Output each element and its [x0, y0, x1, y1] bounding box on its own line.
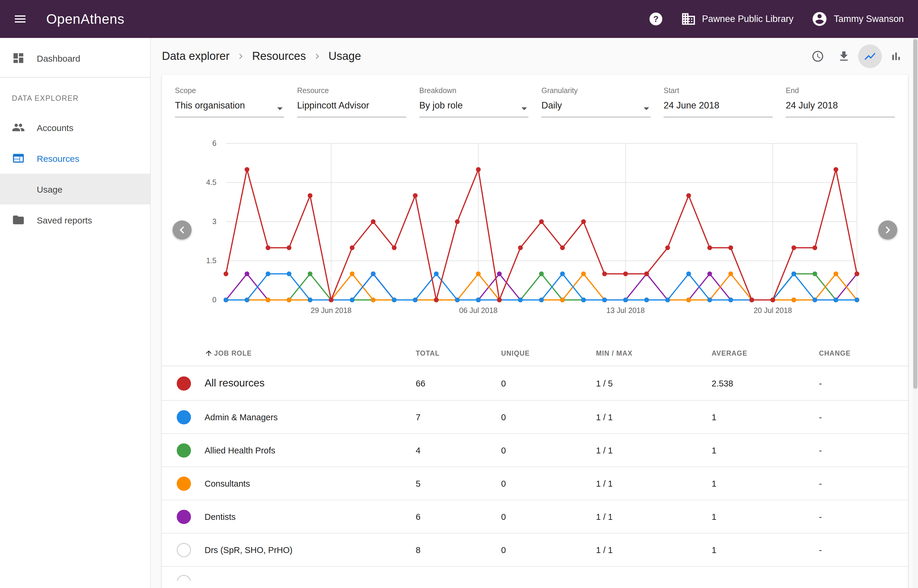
history-button[interactable]: [806, 44, 830, 68]
breakdown-select[interactable]: Breakdown By job role: [419, 87, 528, 117]
svg-text:4.5: 4.5: [206, 178, 217, 186]
table-row[interactable]: Drs (SpR, SHO, PrHO) 8 0 1 / 1 1 -: [162, 533, 908, 567]
table-row-partial[interactable]: [162, 567, 908, 581]
sidebar-section-title: DATA EXPLORER: [0, 81, 150, 112]
dropdown-arrow-icon: [518, 102, 531, 115]
column-header-average[interactable]: AVERAGE: [712, 349, 819, 357]
start-date-field[interactable]: Start 24 June 2018: [664, 87, 773, 117]
svg-text:1.5: 1.5: [206, 256, 217, 265]
sidebar-item-accounts[interactable]: Accounts: [0, 112, 150, 143]
line-chart-icon: [863, 50, 876, 63]
table-row[interactable]: Dentists 6 0 1 / 1 1 -: [162, 500, 908, 533]
usage-card: Scope This organisation Resource Lippinc…: [162, 75, 908, 588]
table-row[interactable]: Allied Health Profs 4 0 1 / 1 1 -: [162, 434, 908, 467]
user-name: Tammy Swanson: [834, 14, 904, 24]
row-total: 5: [416, 479, 501, 488]
sidebar-item-label: Usage: [37, 184, 63, 194]
sidebar-item-label: Saved reports: [37, 215, 92, 225]
chevron-right-icon: [881, 223, 895, 237]
resource-field[interactable]: Resource Lippincott Advisor: [297, 87, 406, 117]
series-swatch: [177, 575, 191, 581]
filter-value: 24 June 2018: [664, 100, 773, 117]
sidebar-item-usage[interactable]: Usage: [0, 174, 150, 205]
sidebar: Dashboard DATA EXPLORER Accounts Resourc…: [0, 38, 151, 588]
scrollbar-thumb[interactable]: [913, 39, 917, 389]
sidebar-item-dashboard[interactable]: Dashboard: [0, 43, 150, 73]
row-unique: 0: [501, 512, 596, 521]
hamburger-icon: [13, 12, 27, 26]
app: OpenAthens ? Pawnee Public Library Tammy…: [0, 0, 918, 588]
filter-value: 24 July 2018: [786, 100, 895, 117]
filter-value: Daily: [541, 100, 651, 117]
accounts-icon: [12, 121, 25, 134]
filter-label: Scope: [175, 87, 284, 95]
svg-text:3: 3: [212, 217, 217, 226]
filter-value: By job role: [419, 100, 528, 117]
table-row[interactable]: All resources 66 0 1 / 5 2.538 -: [162, 366, 908, 401]
row-average: 2.538: [712, 378, 819, 388]
column-header-minmax[interactable]: MIN / MAX: [596, 349, 712, 357]
page-scrollbar[interactable]: [913, 38, 918, 588]
column-header-change[interactable]: CHANGE: [819, 349, 908, 357]
line-chart-view-button[interactable]: [858, 44, 882, 68]
row-total: 66: [416, 378, 501, 388]
row-average: 1: [712, 412, 819, 422]
download-button[interactable]: [832, 44, 856, 68]
row-change: -: [819, 378, 908, 388]
usage-table: JOB ROLE TOTAL UNIQUE MIN / MAX AVERAGE …: [162, 340, 908, 581]
series-swatch: [177, 376, 191, 390]
row-minmax: 1 / 1: [596, 446, 712, 455]
chevron-right-icon: [312, 51, 322, 61]
end-date-field[interactable]: End 24 July 2018: [786, 87, 895, 117]
dropdown-arrow-icon: [640, 102, 653, 115]
table-row[interactable]: Consultants 5 0 1 / 1 1 -: [162, 467, 908, 500]
row-name: Drs (SpR, SHO, PrHO): [205, 545, 416, 554]
resources-icon: [12, 152, 25, 165]
sidebar-item-resources[interactable]: Resources: [0, 143, 150, 174]
usage-chart: 01.534.5629 Jun 201806 Jul 201813 Jul 20…: [167, 134, 903, 325]
bar-chart-view-button[interactable]: [884, 44, 908, 68]
sidebar-item-saved-reports[interactable]: Saved reports: [0, 205, 150, 235]
series-swatch: [177, 509, 191, 524]
chart-next-button[interactable]: [878, 221, 897, 239]
row-change: -: [819, 479, 908, 488]
row-name: Dentists: [205, 512, 416, 521]
table-row[interactable]: Admin & Managers 7 0 1 / 1 1 -: [162, 401, 908, 434]
menu-button[interactable]: [7, 6, 33, 32]
row-name: Consultants: [205, 479, 416, 488]
chart-prev-button[interactable]: [173, 221, 191, 239]
column-header-job-role[interactable]: JOB ROLE: [205, 349, 416, 357]
column-header-unique[interactable]: UNIQUE: [501, 349, 596, 357]
row-unique: 0: [501, 446, 596, 455]
row-unique: 0: [501, 378, 596, 388]
help-button[interactable]: ?: [643, 6, 669, 32]
chevron-left-icon: [175, 223, 189, 237]
row-minmax: 1 / 1: [596, 479, 712, 488]
row-unique: 0: [501, 545, 596, 554]
bar-chart-icon: [889, 50, 903, 63]
download-icon: [837, 50, 850, 63]
filter-label: Breakdown: [419, 87, 528, 95]
sidebar-divider: [0, 77, 150, 78]
user-menu[interactable]: Tammy Swanson: [805, 7, 910, 31]
svg-text:?: ?: [653, 14, 659, 24]
breadcrumb-data-explorer[interactable]: Data explorer: [162, 50, 230, 63]
sort-ascending-icon: [205, 349, 213, 357]
dropdown-arrow-icon: [274, 102, 287, 115]
avatar-icon: [811, 11, 828, 27]
filter-value: Lippincott Advisor: [297, 100, 406, 117]
filter-bar: Scope This organisation Resource Lippinc…: [162, 75, 908, 120]
row-average: 1: [712, 446, 819, 455]
column-header-total[interactable]: TOTAL: [416, 349, 501, 357]
svg-text:20 Jul 2018: 20 Jul 2018: [754, 306, 792, 315]
row-name: Admin & Managers: [205, 412, 416, 422]
granularity-select[interactable]: Granularity Daily: [541, 87, 651, 117]
breadcrumb-resources[interactable]: Resources: [252, 50, 306, 63]
scope-select[interactable]: Scope This organisation: [175, 87, 284, 117]
sidebar-item-label: Resources: [37, 153, 79, 163]
org-selector[interactable]: Pawnee Public Library: [675, 8, 800, 30]
svg-text:06 Jul 2018: 06 Jul 2018: [459, 306, 497, 315]
svg-text:6: 6: [212, 139, 217, 147]
folder-icon: [12, 213, 25, 226]
topbar: OpenAthens ? Pawnee Public Library Tammy…: [0, 0, 918, 38]
